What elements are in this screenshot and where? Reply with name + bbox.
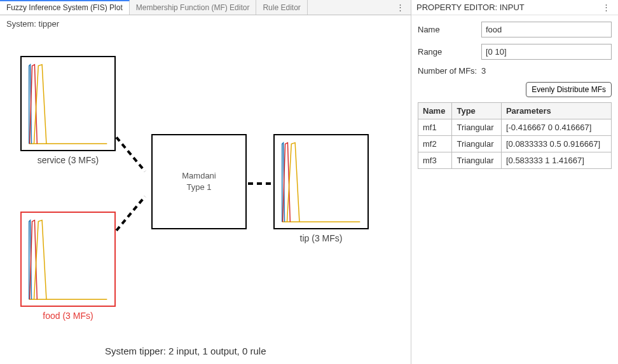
range-label: Range [418, 47, 481, 57]
inference-box[interactable]: Mamdani Type 1 [151, 134, 247, 229]
range-field[interactable] [481, 44, 612, 60]
cell-params[interactable]: [-0.416667 0 0.416667] [501, 119, 611, 136]
cell-params[interactable]: [0.583333 1 1.41667] [501, 152, 611, 169]
property-editor-more-icon[interactable]: ⋮ [600, 3, 613, 12]
table-header-row: Name Type Parameters [418, 103, 612, 119]
food-mf-chart [22, 213, 114, 306]
num-mfs-label: Number of MFs: [418, 66, 481, 76]
tab-fis-plot[interactable]: Fuzzy Inference System (FIS) Plot [0, 0, 130, 15]
cell-name[interactable]: mf3 [418, 152, 452, 169]
input-service-label: service (3 MFs) [17, 155, 119, 165]
cell-type[interactable]: Triangular [452, 152, 501, 169]
cell-name[interactable]: mf2 [418, 136, 452, 152]
evenly-distribute-button[interactable]: Evenly Distribute MFs [526, 82, 612, 97]
output-tip-box[interactable] [273, 134, 369, 229]
table-row[interactable]: mf1 Triangular [-0.416667 0 0.416667] [418, 119, 612, 136]
name-field[interactable] [481, 22, 612, 37]
property-editor-panel: PROPERTY EDITOR: INPUT ⋮ Name Range Numb… [411, 0, 618, 364]
system-summary: System tipper: 2 input, 1 output, 0 rule [105, 346, 266, 356]
col-params[interactable]: Parameters [501, 103, 611, 119]
tab-rule-editor[interactable]: Rule Editor [256, 0, 307, 15]
num-mfs-value: 3 [481, 66, 486, 76]
service-mf-chart [22, 57, 114, 150]
inference-line2: Type 1 [186, 182, 211, 192]
inference-text: Mamdani Type 1 [182, 170, 216, 193]
cell-params[interactable]: [0.0833333 0.5 0.916667] [501, 136, 611, 152]
cell-name[interactable]: mf1 [418, 119, 452, 136]
name-label: Name [418, 25, 481, 34]
output-tip-label: tip (3 MFs) [270, 233, 372, 243]
more-icon[interactable]: ⋮ [390, 0, 411, 15]
tabs-row: Fuzzy Inference System (FIS) Plot Member… [0, 0, 411, 15]
inference-line1: Mamdani [182, 171, 216, 180]
col-name[interactable]: Name [418, 103, 452, 119]
input-food-box[interactable] [20, 212, 116, 307]
property-editor-title: PROPERTY EDITOR: INPUT [416, 3, 525, 12]
input-food-label: food (3 MFs) [17, 311, 119, 321]
connector-food [115, 196, 146, 231]
col-type[interactable]: Type [452, 103, 501, 119]
tip-mf-chart [275, 135, 367, 228]
table-row[interactable]: mf2 Triangular [0.0833333 0.5 0.916667] [418, 136, 612, 152]
table-row[interactable]: mf3 Triangular [0.583333 1 1.41667] [418, 152, 612, 169]
connector-tip [248, 182, 272, 185]
connector-service [115, 137, 146, 172]
cell-type[interactable]: Triangular [452, 136, 501, 152]
tab-mf-editor[interactable]: Membership Function (MF) Editor [130, 0, 257, 15]
left-panel: Fuzzy Inference System (FIS) Plot Member… [0, 0, 411, 364]
property-editor-header: PROPERTY EDITOR: INPUT ⋮ [411, 0, 618, 15]
cell-type[interactable]: Triangular [452, 119, 501, 136]
mf-table: Name Type Parameters mf1 Triangular [-0.… [418, 102, 612, 169]
system-label: System: tipper [0, 15, 411, 32]
diagram-area: service (3 MFs) food (3 MFs) Mamdani Typ… [0, 32, 411, 364]
input-service-box[interactable] [20, 56, 116, 151]
